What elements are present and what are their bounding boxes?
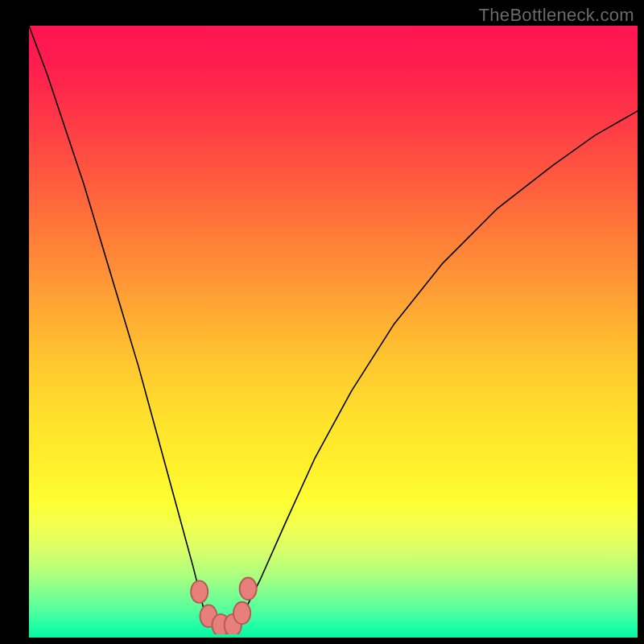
curve-path — [29, 26, 638, 628]
curve-markers — [191, 578, 257, 634]
plot-area — [29, 26, 638, 638]
curve-marker — [240, 578, 257, 601]
curve-marker — [233, 602, 250, 625]
curve-marker — [191, 580, 208, 603]
watermark-text: TheBottleneck.com — [479, 5, 634, 26]
bottleneck-curve — [29, 26, 638, 634]
chart-frame: TheBottleneck.com — [0, 0, 644, 644]
